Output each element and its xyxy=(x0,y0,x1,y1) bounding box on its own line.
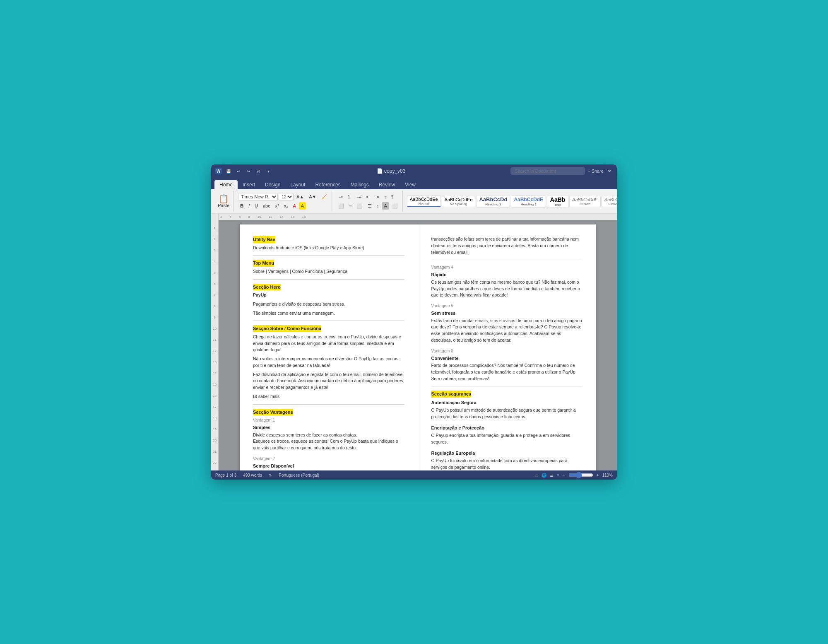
ribbon-tabs: Home Insert Design Layout References Mai… xyxy=(211,178,617,189)
print-icon[interactable]: 🖨 xyxy=(255,168,262,174)
align-center-button[interactable]: ≡ xyxy=(347,202,354,210)
superscript-button[interactable]: x² xyxy=(273,202,281,210)
style-title-preview: AaBb xyxy=(550,196,566,203)
zoom-out-icon[interactable]: − xyxy=(563,473,565,478)
dropdown-arrow-icon[interactable]: ▾ xyxy=(265,168,272,174)
borders-button[interactable]: ⬜ xyxy=(390,202,400,210)
word-window: W 💾 ↩ ↪ 🖨 ▾ 📄 copy_v03 + Share ✕ Home In… xyxy=(211,164,617,480)
line-spacing-button[interactable]: ↕ xyxy=(375,202,381,210)
seguranca-section: Secção segurança Autenticação Segura O P… xyxy=(431,391,583,470)
style-heading2[interactable]: AaBbCcDdE Heading 2 xyxy=(511,195,546,207)
utility-nav-section: Utility Nav Downloads Android e iOS (lin… xyxy=(253,236,404,251)
strikethrough-button[interactable]: abc xyxy=(261,202,272,210)
tab-references[interactable]: References xyxy=(310,180,345,189)
increase-font-button[interactable]: A▲ xyxy=(294,193,306,200)
subscript-button[interactable]: x₂ xyxy=(282,202,290,210)
vantagem-6-title: Conveniente xyxy=(431,355,583,362)
divider-3 xyxy=(253,321,404,321)
increase-indent-button[interactable]: ⇥ xyxy=(373,193,381,201)
zoom-in-icon[interactable]: + xyxy=(597,473,599,478)
highlight-button[interactable]: A xyxy=(299,202,306,210)
style-nospacing[interactable]: AaBbCcDdEe No Spacing xyxy=(442,196,476,207)
undo-icon[interactable]: ↩ xyxy=(235,168,242,174)
bold-button[interactable]: B xyxy=(238,202,246,210)
view-draft-icon[interactable]: ≡ xyxy=(557,473,559,478)
close-icon[interactable]: ✕ xyxy=(606,168,613,174)
style-normal-label: Normal xyxy=(410,202,438,205)
page-column-left[interactable]: Utility Nav Downloads Android e iOS (lin… xyxy=(240,224,418,470)
font-color-button[interactable]: A xyxy=(291,202,298,210)
numbering-button[interactable]: 1. xyxy=(346,193,354,200)
tab-mailings[interactable]: Mailings xyxy=(346,180,374,189)
italic-button[interactable]: I xyxy=(246,202,252,210)
sobre-p2: Não voltes a interromper os momentos de … xyxy=(253,356,404,369)
share-button[interactable]: + Share xyxy=(587,169,604,174)
multilevel-list-button[interactable]: ≡# xyxy=(354,193,364,200)
style-nospacing-label: No Spacing xyxy=(445,202,473,206)
search-in-document-input[interactable] xyxy=(510,167,585,175)
tab-review[interactable]: Review xyxy=(374,180,400,189)
utility-nav-content: Downloads Android e iOS (links Google Pl… xyxy=(253,245,404,251)
view-outline-icon[interactable]: ☰ xyxy=(550,473,554,478)
style-subtle-emph[interactable]: AaBbCcDdEe Subtle Emph... xyxy=(602,196,617,207)
clear-format-button[interactable]: 🧹 xyxy=(319,193,329,201)
decrease-indent-button[interactable]: ⇤ xyxy=(364,193,372,201)
align-right-button[interactable]: ⬜ xyxy=(355,202,365,210)
save-icon[interactable]: 💾 xyxy=(225,168,232,174)
style-heading1-label: Heading 1 xyxy=(479,203,507,206)
vantagem-4-title: Rápido xyxy=(431,271,583,278)
page-column-right[interactable]: transacções são feitas sem teres de part… xyxy=(418,224,596,470)
font-size-select[interactable]: 12 xyxy=(279,193,294,200)
tab-view[interactable]: View xyxy=(400,180,421,189)
hero-tagline2: Tão simples como enviar uma mensagem. xyxy=(253,310,404,317)
status-right: ▭ 🌐 ☰ ≡ − + 110% xyxy=(534,472,613,478)
word-icon: W xyxy=(215,168,222,174)
redo-icon[interactable]: ↪ xyxy=(245,168,252,174)
shading-button[interactable]: A xyxy=(382,202,389,210)
align-left-button[interactable]: ⬜ xyxy=(336,202,346,210)
vantagem-1-title: Simples xyxy=(253,424,404,431)
underline-button[interactable]: U xyxy=(253,202,260,210)
vantagem-6-num: Vantagem 6 xyxy=(431,348,583,354)
document-icon: 📄 xyxy=(377,168,384,174)
top-menu-section: Top Menu Sobre | Vantagens | Como Funcio… xyxy=(253,260,404,275)
status-bar: Page 1 of 3 493 words ✎ Portuguese (Port… xyxy=(211,470,617,480)
font-name-select[interactable]: Times New R... xyxy=(238,193,278,200)
tab-layout[interactable]: Layout xyxy=(285,180,310,189)
view-web-icon[interactable]: 🌐 xyxy=(542,473,546,478)
style-title[interactable]: AaBb Title xyxy=(547,195,568,208)
paste-button[interactable]: 📋 Paste xyxy=(216,192,231,211)
tab-home[interactable]: Home xyxy=(214,180,238,189)
utility-nav-label: Utility Nav xyxy=(253,236,275,243)
hero-tagline1: Pagamentos e divisão de despesas sem str… xyxy=(253,301,404,308)
top-menu-content: Sobre | Vantagens | Como Funciona | Segu… xyxy=(253,268,404,275)
zoom-slider[interactable] xyxy=(568,472,593,478)
view-print-icon[interactable]: ▭ xyxy=(534,473,538,478)
style-normal-preview: AaBbCcDdEe xyxy=(410,197,438,202)
style-heading1[interactable]: AaBbCcDd Heading 1 xyxy=(476,195,510,207)
tab-design[interactable]: Design xyxy=(260,180,285,189)
style-title-label: Title xyxy=(550,203,566,207)
track-changes-icon: ✎ xyxy=(269,473,272,478)
title-bar: W 💾 ↩ ↪ 🖨 ▾ 📄 copy_v03 + Share ✕ xyxy=(211,164,617,178)
vantagem-1-num: Vantagem 1 xyxy=(253,417,404,423)
style-normal[interactable]: AaBbCcDdEe Normal xyxy=(407,195,441,207)
sobre-p1: Chega de fazer cálculos e contar os troc… xyxy=(253,334,404,353)
decrease-font-button[interactable]: A▼ xyxy=(307,193,318,200)
font-section: Times New R... 12 A▲ A▼ 🧹 B I U abc x² x… xyxy=(236,191,332,212)
sobre-section: Secção Sobre / Como Funciona Chega de fa… xyxy=(253,325,404,400)
paste-icon: 📋 xyxy=(219,195,229,203)
styles-gallery: AaBbCcDdEe Normal AaBbCcDdEe No Spacing … xyxy=(407,195,617,208)
style-heading2-preview: AaBbCcDdE xyxy=(514,197,543,203)
vantagem-5-title: Sem stress xyxy=(431,310,583,317)
encriptacao-title: Encriptação e Protecção xyxy=(431,425,583,432)
bullets-button[interactable]: ≡• xyxy=(336,193,344,200)
tab-insert[interactable]: Insert xyxy=(238,180,260,189)
sort-button[interactable]: ↕ xyxy=(382,193,388,200)
document-page: Utility Nav Downloads Android e iOS (lin… xyxy=(240,224,596,470)
style-subtitle[interactable]: AaBbCcDdE Subtitle xyxy=(569,196,601,207)
style-subtle-emph-label: Subtle Emph... xyxy=(604,202,617,206)
title-bar-left: W 💾 ↩ ↪ 🖨 ▾ xyxy=(215,168,272,174)
justify-button[interactable]: ☰ xyxy=(366,202,374,210)
show-formatting-button[interactable]: ¶ xyxy=(389,193,396,200)
